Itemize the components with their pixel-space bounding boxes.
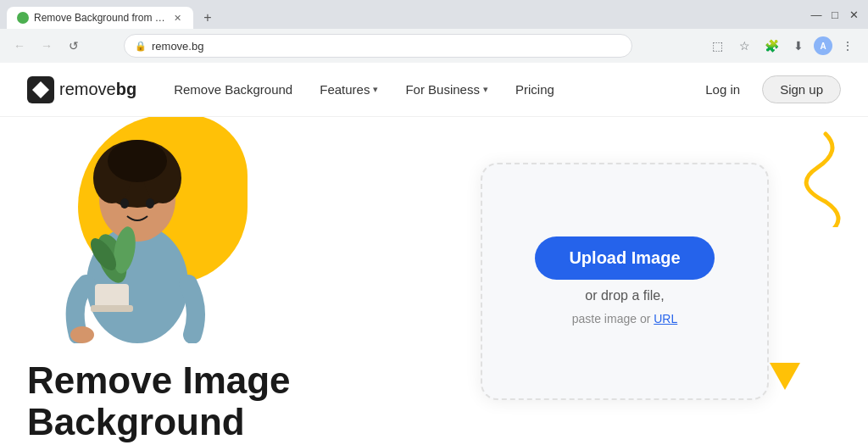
nav-pricing[interactable]: Pricing [505,77,565,102]
nav-for-business[interactable]: For Business ▾ [395,77,498,102]
forward-button[interactable]: → [36,35,58,57]
svg-point-7 [108,140,167,182]
logo[interactable]: removebg [27,76,136,103]
signup-button[interactable]: Sign up [762,75,841,103]
hero-title: Remove Image Background [27,360,409,442]
upload-inner: Upload Image or drop a file, paste image… [535,236,714,325]
tab-title: Remove Background from Ima... [34,12,167,24]
hero-image-wrapper [27,117,281,343]
address-bar[interactable]: 🔒 remove.bg [124,34,632,58]
tab-close-icon[interactable]: ✕ [172,11,183,25]
squiggle-decoration [783,125,843,231]
site-content: removebg Remove Background Features ▾ Fo… [0,63,868,445]
features-chevron-icon: ▾ [373,84,378,95]
browser-titlebar: Remove Background from Ima... ✕ + — □ ✕ [0,0,868,29]
upload-image-button[interactable]: Upload Image [535,236,714,280]
hero-text: Remove Image Background 100% Automatical… [27,360,409,445]
logo-icon [27,76,54,103]
hero-section: Remove Image Background 100% Automatical… [0,117,868,445]
for-business-chevron-icon: ▾ [483,84,488,95]
hero-person-image [53,117,222,343]
triangle-decoration [770,363,800,393]
upload-or-text: or drop a file, [585,288,664,303]
download-icon[interactable]: ⬇ [787,34,810,58]
back-button[interactable]: ← [8,35,31,57]
nav-features[interactable]: Features ▾ [309,77,388,102]
browser-frame: Remove Background from Ima... ✕ + — □ ✕ … [0,0,868,445]
svg-point-8 [120,198,129,209]
nav-right: Log in Sign up [693,75,841,103]
upload-url-link[interactable]: URL [654,312,677,325]
menu-icon[interactable]: ⋮ [836,34,860,58]
minimize-button[interactable]: — [809,7,824,22]
maximize-button[interactable]: □ [827,7,843,22]
refresh-button[interactable]: ↺ [63,35,85,57]
upload-drop-hint: paste image or URL [572,312,678,325]
close-button[interactable]: ✕ [846,7,861,22]
toolbar-right: ⬚ ☆ 🧩 ⬇ A ⋮ [705,34,860,58]
profile-avatar[interactable]: A [814,36,832,55]
lock-icon: 🔒 [135,41,147,52]
nav-links: Remove Background Features ▾ For Busines… [164,77,565,102]
upload-card[interactable]: Upload Image or drop a file, paste image… [481,163,769,400]
cast-icon[interactable]: ⬚ [705,34,729,58]
window-controls: — □ ✕ [809,7,861,22]
bookmark-icon[interactable]: ☆ [732,34,756,58]
logo-text: removebg [59,80,136,99]
new-tab-button[interactable]: + [197,7,219,29]
nav-remove-bg[interactable]: Remove Background [164,77,303,102]
site-nav: removebg Remove Background Features ▾ Fo… [0,63,868,117]
login-button[interactable]: Log in [693,77,752,102]
svg-point-9 [146,198,154,209]
hero-left: Remove Image Background 100% Automatical… [27,117,409,445]
svg-marker-16 [770,363,800,390]
extensions-icon[interactable]: 🧩 [760,34,783,58]
svg-rect-12 [91,305,133,312]
browser-tabs: Remove Background from Ima... ✕ + [7,0,219,29]
tab-favicon [17,12,29,24]
active-tab[interactable]: Remove Background from Ima... ✕ [7,7,193,29]
svg-point-10 [70,326,94,343]
browser-toolbar: ← → ↺ 🔒 remove.bg ⬚ ☆ 🧩 ⬇ A ⋮ [0,29,868,63]
address-text: remove.bg [152,40,203,53]
